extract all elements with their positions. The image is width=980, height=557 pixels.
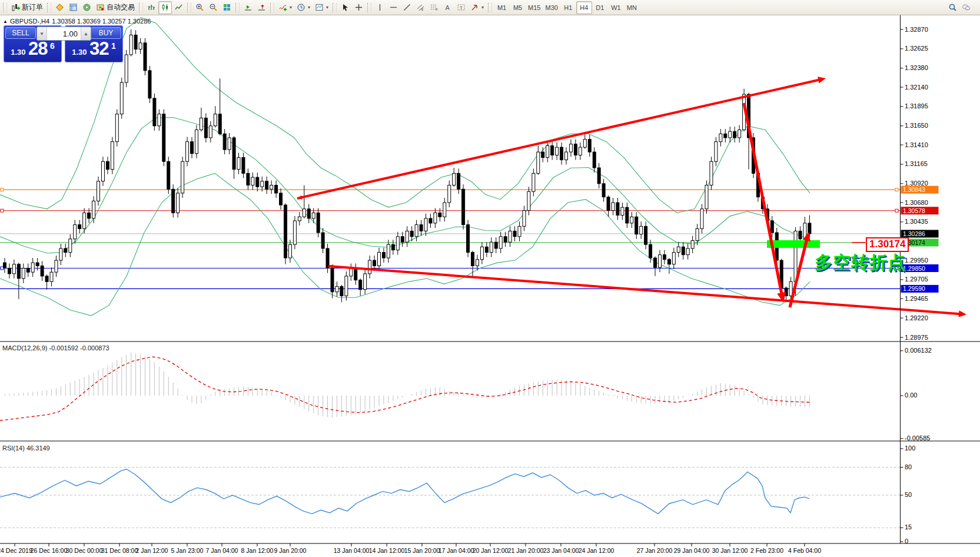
tf-button-M15-label: M15 [528, 4, 540, 11]
bar-chart-button[interactable] [145, 1, 158, 14]
time-axis[interactable]: 24 Dec 201926 Dec 16:0030 Dec 00:0031 De… [0, 543, 821, 554]
tile-windows-icon [222, 3, 231, 12]
new-order-icon [11, 3, 20, 12]
svg-text:T: T [460, 5, 463, 11]
horizontal-line-icon [389, 3, 398, 12]
svg-text:14 Jan 12:00: 14 Jan 12:00 [369, 547, 405, 554]
tf-button-M15[interactable]: M15 [526, 1, 543, 14]
svg-text:24 Jan 12:00: 24 Jan 12:00 [579, 547, 614, 554]
market-watch-button[interactable] [53, 1, 67, 14]
line-chart-button[interactable] [172, 1, 185, 14]
svg-text:1.31895: 1.31895 [905, 102, 928, 110]
indicators-button[interactable]: ▾ [276, 1, 294, 14]
svg-text:7 Jan 04:00: 7 Jan 04:00 [206, 547, 238, 554]
svg-text:1.32625: 1.32625 [905, 45, 928, 52]
toolbar-right-group [946, 0, 973, 15]
trend-line-button[interactable] [400, 1, 414, 14]
tf-button-MN[interactable]: MN [624, 1, 640, 14]
cursor-icon [341, 3, 350, 12]
tf-button-M1[interactable]: M1 [494, 1, 510, 14]
turning-point-note[interactable]: 多空转折点 [815, 251, 906, 275]
zoom-in-icon [195, 3, 204, 12]
cursor-button[interactable] [338, 1, 352, 14]
annotations-layer[interactable] [297, 77, 966, 317]
fibonacci-button[interactable]: F [427, 1, 441, 14]
svg-text:50: 50 [905, 491, 912, 498]
price-axis[interactable]: 1.328701.326251.323801.321401.318951.316… [901, 26, 939, 341]
search-button[interactable] [946, 1, 959, 14]
candle-chart-button[interactable] [158, 1, 172, 14]
toolbar-handle [139, 3, 143, 12]
text-label-icon: T [457, 3, 466, 12]
horizontal-line-button[interactable] [387, 1, 400, 14]
sell-button[interactable]: SELL [5, 27, 36, 39]
tf-button-H4[interactable]: H4 [576, 1, 592, 14]
tf-button-M5[interactable]: M5 [510, 1, 526, 14]
tf-button-H1[interactable]: H1 [560, 1, 576, 14]
autotrading-icon [96, 3, 105, 12]
text-button[interactable]: A [441, 1, 454, 14]
tf-button-M30[interactable]: M30 [543, 1, 560, 14]
toolbar-group-insert: ▾▾▾ [276, 0, 331, 15]
sell-price[interactable]: 1.30 28 6 [4, 38, 62, 59]
main-toolbar: 新订单自动交易▾▾▾EFAT▾M1M5M15M30H1H4D1W1MN [0, 0, 980, 15]
periods-button[interactable]: ▾ [294, 1, 313, 14]
navigator-button[interactable] [80, 1, 94, 14]
text-label-button[interactable]: T [454, 1, 468, 14]
svg-text:15: 15 [905, 523, 912, 531]
svg-text:1.30435: 1.30435 [905, 218, 928, 225]
collapse-panel-icon[interactable]: ▲ [3, 19, 8, 24]
tile-windows-button[interactable] [220, 1, 234, 14]
tf-button-D1-label: D1 [596, 4, 604, 11]
tf-button-M1-label: M1 [497, 4, 506, 11]
tf-button-D1[interactable]: D1 [592, 1, 608, 14]
price-callout-label[interactable]: 1.30174 [866, 237, 909, 252]
macd-label: MACD(12,26,9) -0.001592 -0.000873 [2, 344, 109, 352]
toolbar-group-zoom [193, 0, 234, 15]
templates-button[interactable]: ▾ [313, 1, 331, 14]
volume-increase-button[interactable]: ▲ [81, 27, 91, 40]
svg-text:0.00: 0.00 [905, 392, 917, 399]
price-chart[interactable]: 1.328701.326251.323801.321401.318951.316… [0, 15, 980, 557]
sell-price-base: 1.30 [11, 48, 25, 57]
zoom-out-button[interactable] [207, 1, 220, 14]
svg-text:80: 80 [905, 463, 912, 470]
chart-shift-button[interactable] [255, 1, 268, 14]
buy-button[interactable]: BUY [91, 27, 121, 39]
volume-decrease-button[interactable]: ▼ [37, 27, 47, 40]
svg-text:1.29950: 1.29950 [905, 257, 928, 264]
autoscroll-button[interactable] [241, 1, 255, 14]
toolbar-handle [333, 3, 337, 12]
buy-price-base: 1.30 [72, 48, 87, 57]
svg-text:100: 100 [905, 445, 915, 452]
macd-panel[interactable]: 0.0061320.00-0.00585 [0, 347, 932, 442]
periods-icon [297, 3, 305, 12]
candles-layer[interactable] [4, 29, 811, 302]
chat-button[interactable] [959, 1, 973, 14]
svg-text:24 Dec 2019: 24 Dec 2019 [0, 547, 32, 554]
rsi-panel[interactable]: 1008050150 [0, 445, 915, 545]
sell-price-pip: 6 [50, 41, 55, 51]
arrows-button[interactable]: ▾ [468, 1, 486, 14]
crosshair-button[interactable] [352, 1, 366, 14]
tf-button-W1[interactable]: W1 [608, 1, 624, 14]
toolbar-handle [187, 3, 191, 12]
tf-button-M30-label: M30 [545, 4, 557, 11]
equidistant-channel-button[interactable]: E [414, 1, 427, 14]
svg-text:15 Jan 20:00: 15 Jan 20:00 [404, 547, 440, 554]
svg-text:1.30578: 1.30578 [903, 207, 925, 214]
data-window-button[interactable] [67, 1, 80, 14]
chart-area[interactable]: 1.328701.326251.323801.321401.318951.316… [0, 15, 980, 557]
autotrading-button[interactable]: 自动交易 [94, 1, 137, 14]
zoom-in-button[interactable] [193, 1, 207, 14]
line-chart-icon [174, 3, 183, 12]
svg-text:1.29220: 1.29220 [905, 314, 928, 321]
volume-input[interactable] [47, 27, 81, 40]
new-order-button[interactable]: 新订单 [9, 1, 45, 14]
arrows-icon [470, 3, 479, 12]
svg-text:17 Jan 04:00: 17 Jan 04:00 [438, 547, 474, 554]
svg-text:27 Jan 20:00: 27 Jan 20:00 [637, 547, 673, 554]
vertical-line-button[interactable] [373, 1, 387, 14]
svg-text:1.31165: 1.31165 [905, 160, 928, 167]
buy-price[interactable]: 1.30 32 1 [65, 38, 123, 59]
